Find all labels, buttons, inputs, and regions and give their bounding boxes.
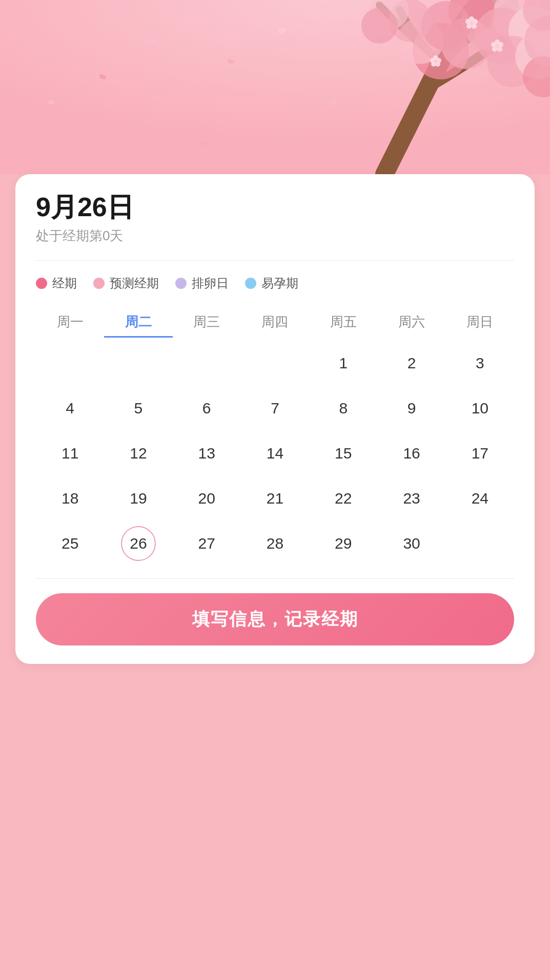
top-divider <box>36 260 514 261</box>
day-cell[interactable]: 26 <box>104 523 172 564</box>
day-number[interactable]: 7 <box>257 391 292 426</box>
day-cell[interactable]: 28 <box>241 523 309 564</box>
day-cell[interactable]: 9 <box>377 388 445 429</box>
legend-item-period: 经期 <box>36 275 77 291</box>
day-cell[interactable]: 1 <box>309 343 377 384</box>
day-number[interactable]: 25 <box>53 526 88 561</box>
day-cell[interactable]: 17 <box>446 433 514 474</box>
svg-point-35 <box>495 44 499 48</box>
day-cell[interactable]: 7 <box>241 388 309 429</box>
day-number[interactable]: 16 <box>394 436 429 471</box>
day-number[interactable]: 1 <box>326 346 361 381</box>
day-number[interactable]: 4 <box>53 391 88 426</box>
day-number[interactable]: 11 <box>53 436 88 471</box>
day-cell[interactable]: 24 <box>446 478 514 519</box>
day-cell[interactable]: 18 <box>36 478 104 519</box>
day-cell[interactable]: 25 <box>36 523 104 564</box>
weekday-headers: 周一 周二 周三 周四 周五 周六 周日 <box>36 308 514 338</box>
day-cell[interactable]: 27 <box>173 523 241 564</box>
day-number[interactable]: 8 <box>326 391 361 426</box>
day-cell <box>241 343 309 384</box>
day-cell[interactable]: 20 <box>173 478 241 519</box>
period-label: 经期 <box>52 275 77 291</box>
day-number[interactable]: 23 <box>394 481 429 516</box>
svg-point-13 <box>361 8 397 44</box>
day-cell[interactable]: 4 <box>36 388 104 429</box>
day-number[interactable]: 20 <box>189 481 224 516</box>
period-dot <box>36 278 47 289</box>
weekday-tue[interactable]: 周二 <box>104 308 172 338</box>
day-cell <box>36 343 104 384</box>
day-number[interactable]: 24 <box>462 481 497 516</box>
day-cell[interactable]: 11 <box>36 433 104 474</box>
weekday-thu[interactable]: 周四 <box>241 308 309 338</box>
day-cell[interactable]: 14 <box>241 433 309 474</box>
day-cell <box>446 523 514 564</box>
cherry-blossom-illustration <box>0 0 550 174</box>
day-cell[interactable]: 8 <box>309 388 377 429</box>
day-cell[interactable]: 13 <box>173 433 241 474</box>
legend-item-fertile: 易孕期 <box>245 275 298 291</box>
day-number[interactable]: 21 <box>257 481 292 516</box>
main-card: 9月26日 处于经期第0天 经期 预测经期 排卵日 易孕期 周一 周二 周三 周… <box>15 174 535 664</box>
weekday-sat[interactable]: 周六 <box>377 308 445 338</box>
day-number[interactable]: 6 <box>189 391 224 426</box>
date-title: 9月26日 <box>36 193 514 222</box>
day-cell <box>104 343 172 384</box>
legend-item-predicted: 预测经期 <box>93 275 159 291</box>
day-cell[interactable]: 23 <box>377 478 445 519</box>
day-number[interactable]: 22 <box>326 481 361 516</box>
record-period-button[interactable]: 填写信息，记录经期 <box>36 593 514 645</box>
today-indicator[interactable]: 26 <box>121 526 156 561</box>
day-number[interactable]: 29 <box>326 526 361 561</box>
day-number[interactable]: 18 <box>53 481 88 516</box>
date-subtitle: 处于经期第0天 <box>36 227 514 245</box>
day-cell[interactable]: 19 <box>104 478 172 519</box>
legend: 经期 预测经期 排卵日 易孕期 <box>36 275 514 291</box>
day-number[interactable]: 13 <box>189 436 224 471</box>
day-cell[interactable]: 22 <box>309 478 377 519</box>
weekday-fri[interactable]: 周五 <box>309 308 377 338</box>
ovulation-label: 排卵日 <box>192 275 229 291</box>
day-number[interactable]: 15 <box>326 436 361 471</box>
day-cell[interactable]: 2 <box>377 343 445 384</box>
bottom-divider <box>36 578 514 579</box>
fertile-dot <box>245 278 256 289</box>
day-number[interactable]: 12 <box>121 436 156 471</box>
day-cell[interactable]: 15 <box>309 433 377 474</box>
day-cell[interactable]: 12 <box>104 433 172 474</box>
day-number[interactable]: 27 <box>189 526 224 561</box>
day-number[interactable]: 14 <box>257 436 292 471</box>
calendar: 周一 周二 周三 周四 周五 周六 周日 1234567891011121314… <box>36 308 514 564</box>
weekday-wed[interactable]: 周三 <box>173 308 241 338</box>
legend-item-ovulation: 排卵日 <box>175 275 229 291</box>
day-number[interactable]: 5 <box>121 391 156 426</box>
day-cell <box>173 343 241 384</box>
day-cell[interactable]: 29 <box>309 523 377 564</box>
fertile-label: 易孕期 <box>261 275 298 291</box>
weekday-sun[interactable]: 周日 <box>446 308 514 338</box>
day-cell[interactable]: 6 <box>173 388 241 429</box>
ovulation-dot <box>175 278 187 289</box>
day-number[interactable]: 10 <box>462 391 497 426</box>
day-cell[interactable]: 10 <box>446 388 514 429</box>
day-cell[interactable]: 30 <box>377 523 445 564</box>
day-number[interactable]: 19 <box>121 481 156 516</box>
day-cell[interactable]: 16 <box>377 433 445 474</box>
day-number[interactable]: 17 <box>462 436 497 471</box>
day-number[interactable]: 3 <box>462 346 497 381</box>
day-number[interactable]: 2 <box>394 346 429 381</box>
weekday-mon[interactable]: 周一 <box>36 308 104 338</box>
days-grid: 1234567891011121314151617181920212223242… <box>36 343 514 564</box>
svg-point-29 <box>434 60 437 63</box>
svg-point-23 <box>470 21 474 25</box>
hero-background <box>0 0 550 174</box>
day-number[interactable]: 30 <box>394 526 429 561</box>
day-cell[interactable]: 5 <box>104 388 172 429</box>
day-cell[interactable]: 3 <box>446 343 514 384</box>
predicted-label: 预测经期 <box>110 275 159 291</box>
day-number[interactable]: 28 <box>257 526 292 561</box>
day-cell[interactable]: 21 <box>241 478 309 519</box>
day-number[interactable]: 9 <box>394 391 429 426</box>
predicted-dot <box>93 278 105 289</box>
